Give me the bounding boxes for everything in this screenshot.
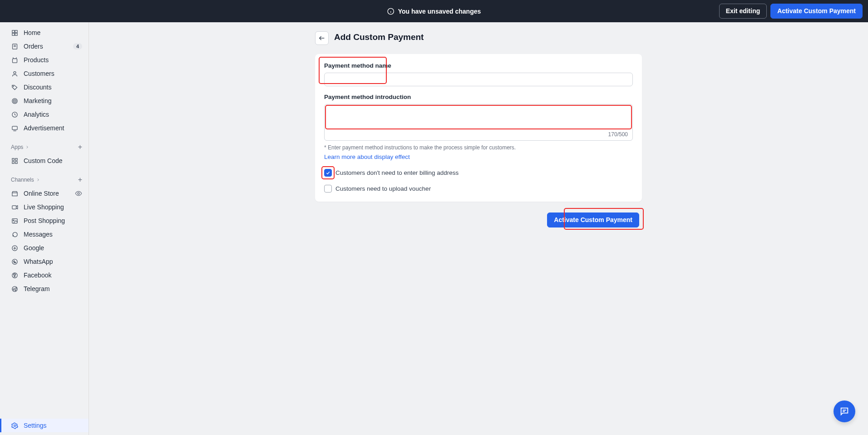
chat-fab[interactable] — [833, 400, 855, 422]
sidebar-item-label: Discounts — [24, 84, 51, 91]
sidebar: Home Orders 4 Products Customers Discoun… — [0, 22, 89, 435]
sidebar-item-label: Customers — [24, 70, 54, 77]
sidebar-item-products[interactable]: Products — [0, 53, 89, 67]
advertisement-icon — [11, 124, 18, 132]
sidebar-item-post-shopping[interactable]: Post Shopping — [0, 214, 89, 227]
svg-point-11 — [14, 71, 16, 74]
channels-label[interactable]: Channels — [11, 177, 34, 183]
svg-rect-22 — [15, 161, 17, 163]
sidebar-item-online-store[interactable]: Online Store — [0, 187, 89, 200]
info-icon — [387, 8, 395, 15]
sidebar-item-discounts[interactable]: Discounts — [0, 80, 89, 94]
chevron-right-icon — [36, 178, 40, 182]
svg-point-28 — [13, 220, 14, 221]
sidebar-item-label: Analytics — [24, 111, 49, 118]
add-app-button[interactable]: + — [78, 143, 82, 151]
apps-label[interactable]: Apps — [11, 144, 23, 150]
settings-icon — [11, 422, 18, 429]
home-icon — [11, 29, 18, 36]
topbar: You have unsaved changes Exit editing Ac… — [0, 0, 868, 22]
sidebar-item-whatsapp[interactable]: WhatsApp — [0, 255, 89, 268]
svg-rect-10 — [12, 59, 17, 63]
sidebar-section-channels: Channels + — [0, 173, 89, 187]
char-count: 170/500 — [325, 129, 632, 140]
learn-more-link[interactable]: Learn more about display effect — [324, 153, 410, 160]
main-content: Add Custom Payment Payment method name P… — [89, 22, 868, 435]
sidebar-item-label: Home — [24, 29, 40, 36]
add-channel-button[interactable]: + — [78, 176, 82, 184]
post-shopping-icon — [11, 217, 18, 224]
sidebar-item-facebook[interactable]: Facebook — [0, 268, 89, 282]
svg-rect-6 — [15, 33, 17, 35]
online-store-icon — [11, 190, 18, 197]
svg-point-33 — [14, 425, 15, 426]
svg-point-24 — [78, 193, 79, 194]
activate-custom-payment-button[interactable]: Activate Custom Payment — [547, 213, 639, 227]
sidebar-item-label: Custom Code — [24, 157, 63, 164]
svg-point-30 — [12, 259, 17, 264]
sidebar-item-label: WhatsApp — [24, 258, 53, 265]
sidebar-item-label: Facebook — [24, 272, 51, 279]
billing-address-checkbox[interactable] — [324, 169, 332, 177]
svg-rect-23 — [12, 193, 17, 196]
payment-intro-label: Payment method introduction — [324, 94, 633, 100]
sidebar-item-advertisement[interactable]: Advertisement — [0, 121, 89, 135]
sidebar-item-label: Google — [24, 244, 44, 252]
svg-rect-17 — [12, 126, 17, 130]
messages-icon — [11, 231, 18, 238]
sidebar-item-label: Online Store — [24, 190, 59, 197]
activate-custom-payment-top-button[interactable]: Activate Custom Payment — [770, 4, 863, 19]
svg-point-12 — [13, 86, 13, 86]
intro-hint: * Enter payment method instructions to m… — [324, 144, 633, 151]
chevron-right-icon — [25, 145, 30, 149]
payment-name-input[interactable] — [324, 73, 633, 86]
sidebar-item-custom-code[interactable]: Custom Code — [0, 154, 89, 168]
sidebar-item-analytics[interactable]: Analytics — [0, 108, 89, 121]
check-icon — [326, 170, 330, 175]
sidebar-item-label: Marketing — [24, 97, 51, 104]
google-icon — [11, 244, 18, 252]
voucher-upload-checkbox[interactable] — [324, 185, 332, 193]
svg-rect-19 — [12, 158, 14, 160]
svg-rect-25 — [12, 205, 16, 209]
sidebar-item-label: Orders — [24, 43, 43, 50]
payment-intro-textarea[interactable] — [325, 104, 632, 129]
facebook-icon — [11, 272, 18, 279]
unsaved-changes-text: You have unsaved changes — [398, 8, 481, 15]
eye-icon[interactable] — [75, 190, 82, 197]
sidebar-item-label: Messages — [24, 231, 53, 238]
exit-editing-button[interactable]: Exit editing — [719, 4, 767, 19]
chat-icon — [839, 406, 849, 416]
sidebar-item-settings[interactable]: Settings — [0, 419, 89, 432]
sidebar-item-label: Products — [24, 56, 49, 64]
svg-rect-21 — [12, 161, 14, 163]
unsaved-changes-notice: You have unsaved changes — [387, 8, 481, 15]
marketing-icon — [11, 97, 18, 104]
sidebar-item-label: Live Shopping — [24, 203, 64, 211]
sidebar-item-google[interactable]: Google — [0, 241, 89, 255]
back-button[interactable] — [315, 31, 329, 45]
payment-form-card: Payment method name Payment method intro… — [315, 54, 642, 202]
sidebar-item-messages[interactable]: Messages — [0, 227, 89, 241]
custom-code-icon — [11, 157, 18, 164]
whatsapp-icon — [11, 258, 18, 265]
billing-checkbox-label: Customers don't need to enter billing ad… — [335, 169, 459, 176]
svg-marker-26 — [16, 205, 17, 209]
voucher-checkbox-label: Customers need to upload voucher — [335, 185, 431, 192]
analytics-icon — [11, 111, 18, 118]
products-icon — [11, 56, 18, 64]
svg-rect-4 — [15, 30, 17, 32]
sidebar-item-customers[interactable]: Customers — [0, 67, 89, 80]
customers-icon — [11, 70, 18, 77]
arrow-left-icon — [318, 35, 326, 42]
sidebar-item-marketing[interactable]: Marketing — [0, 94, 89, 108]
sidebar-item-label: Telegram — [24, 285, 50, 292]
sidebar-item-home[interactable]: Home — [0, 26, 89, 40]
svg-rect-5 — [12, 33, 14, 35]
sidebar-item-label: Post Shopping — [24, 217, 65, 224]
sidebar-item-telegram[interactable]: Telegram — [0, 282, 89, 296]
sidebar-item-orders[interactable]: Orders 4 — [0, 40, 89, 53]
live-shopping-icon — [11, 203, 18, 211]
svg-point-15 — [14, 100, 15, 101]
sidebar-item-live-shopping[interactable]: Live Shopping — [0, 200, 89, 214]
